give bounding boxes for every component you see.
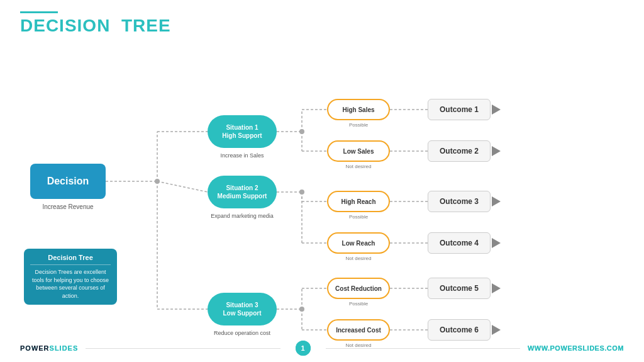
outcome-4-arrow (492, 238, 501, 248)
situation-3-sublabel: Reduce operation cost (208, 330, 277, 336)
outcome-5-arrow (492, 283, 501, 293)
result-2-sublabel: Not desired (327, 164, 390, 169)
svg-line-4 (157, 181, 208, 192)
situation-1-label: Situation 1High Support (222, 123, 262, 140)
result-5-sublabel: Possible (327, 301, 390, 307)
result-node-1: High Sales (327, 99, 390, 120)
result-node-3: High Reach (327, 191, 390, 212)
info-box-title: Decision Tree (30, 254, 111, 261)
outcome-6-label: Outcome 6 (440, 325, 479, 334)
situation-2-sublabel: Expand marketing media (208, 213, 277, 219)
brand: POWERSLIDES (20, 344, 78, 352)
result-3-sublabel: Possible (327, 214, 390, 220)
info-box: Decision Tree Decision Trees are excelle… (24, 249, 117, 305)
result-4-sublabel: Not desired (327, 256, 390, 261)
outcome-2-arrow (492, 146, 501, 156)
situation-2-label: Situation 2Medium Support (218, 184, 267, 200)
situation-1-sublabel: Increase in Sales (208, 152, 277, 159)
info-box-text: Decision Trees are excellent tools for h… (30, 268, 111, 300)
svg-point-14 (299, 189, 304, 195)
footer-divider-left (86, 348, 280, 349)
title-teal: TREE (121, 16, 171, 35)
outcome-1-arrow (492, 105, 501, 115)
page-title: DECISION TREE (20, 16, 171, 36)
result-1-sublabel: Possible (327, 122, 390, 128)
outcome-box-1: Outcome 1 (428, 99, 491, 120)
footer-divider-right (326, 348, 520, 349)
outcome-box-2: Outcome 2 (428, 140, 491, 162)
header: DECISION TREE (20, 11, 171, 36)
result-2-label: Low Sales (343, 148, 374, 155)
page-footer: POWERSLIDES 1 WWW.POWERSLIDES.COM (0, 341, 644, 356)
page-number-badge: 1 (296, 341, 311, 356)
situation-3-label: Situation 3Low Support (223, 301, 261, 317)
outcome-3-arrow (492, 196, 501, 206)
situation-node-1: Situation 1High Support (208, 115, 277, 148)
decision-node-label: Decision (47, 176, 89, 187)
situation-node-2: Situation 2Medium Support (208, 176, 277, 208)
svg-point-20 (299, 307, 304, 312)
outcome-6-arrow (492, 325, 501, 335)
result-5-label: Cost Reduction (335, 285, 382, 292)
outcome-box-6: Outcome 6 (428, 319, 491, 341)
situation-node-3: Situation 3Low Support (208, 293, 277, 325)
outcome-3-label: Outcome 3 (440, 197, 479, 206)
outcome-box-5: Outcome 5 (428, 278, 491, 299)
title-black: DECISION (20, 16, 110, 35)
outcome-2-label: Outcome 2 (440, 147, 479, 156)
result-6-label: Increased Cost (336, 327, 381, 334)
info-box-divider (30, 264, 111, 265)
decision-sublabel: Increase Revenue (30, 203, 106, 210)
svg-point-8 (299, 129, 304, 134)
result-1-label: High Sales (342, 106, 374, 113)
diagram-area: Decision Increase Revenue Decision Tree … (13, 47, 638, 337)
result-node-2: Low Sales (327, 140, 390, 162)
outcome-box-3: Outcome 3 (428, 191, 491, 212)
footer-website: WWW.POWERSLIDES.COM (528, 344, 624, 352)
result-node-5: Cost Reduction (327, 278, 390, 299)
result-node-6: Increased Cost (327, 319, 390, 341)
result-4-label: Low Reach (342, 240, 375, 247)
outcome-4-label: Outcome 4 (440, 239, 479, 247)
outcome-5-label: Outcome 5 (440, 284, 479, 293)
outcome-1-label: Outcome 1 (440, 105, 479, 114)
result-3-label: High Reach (341, 198, 375, 205)
decision-node: Decision (30, 164, 106, 199)
outcome-box-4: Outcome 4 (428, 232, 491, 254)
svg-point-1 (155, 179, 160, 184)
result-node-4: Low Reach (327, 232, 390, 254)
header-accent-line (20, 11, 58, 13)
